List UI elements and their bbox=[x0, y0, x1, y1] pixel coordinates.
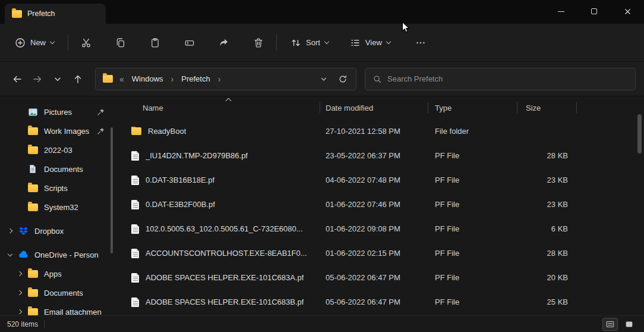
chevron-down-icon[interactable] bbox=[8, 251, 12, 256]
file-name-cell: ADOBE SPACES HELPER.EXE-101C683B.pf bbox=[119, 297, 320, 307]
delete-button[interactable] bbox=[248, 32, 269, 54]
sidebar-item-work-images[interactable]: Work Images bbox=[0, 121, 119, 140]
breadcrumb-separator: › bbox=[216, 74, 223, 84]
new-button[interactable]: New bbox=[8, 33, 61, 53]
sidebar-item-label: Apps bbox=[44, 270, 62, 278]
up-button[interactable] bbox=[68, 69, 88, 89]
column-divider[interactable] bbox=[576, 102, 577, 113]
file-name: 0.DAT-3B16B18E.pf bbox=[146, 176, 214, 184]
column-divider[interactable] bbox=[428, 102, 428, 113]
folder-icon bbox=[28, 146, 38, 154]
column-headers: Name Date modified Type Size bbox=[119, 96, 644, 119]
sidebar-item-onedrive[interactable]: OneDrive - Person bbox=[0, 245, 119, 264]
maximize-button[interactable] bbox=[577, 0, 611, 23]
forward-button[interactable] bbox=[27, 69, 48, 89]
sidebar-item-email-attachments[interactable]: Email attachmen bbox=[0, 302, 119, 315]
file-row[interactable]: ADOBE SPACES HELPER.EXE-101C683A.pf 05-0… bbox=[119, 265, 644, 290]
address-dropdown-button[interactable] bbox=[315, 71, 332, 87]
chevron-down-icon bbox=[324, 39, 329, 44]
file-name-cell: 0.DAT-E3B2F00B.pf bbox=[119, 200, 320, 209]
chevron-right-icon[interactable] bbox=[8, 228, 12, 233]
sort-button[interactable]: Sort bbox=[284, 33, 335, 53]
chevron-right-icon[interactable] bbox=[17, 309, 22, 314]
column-header-size[interactable]: Size bbox=[517, 104, 576, 112]
column-header-type[interactable]: Type bbox=[428, 104, 517, 112]
status-divider bbox=[44, 320, 45, 328]
breadcrumb-windows[interactable]: Windows bbox=[131, 73, 165, 84]
maximize-icon bbox=[591, 8, 597, 14]
command-toolbar: New Sort bbox=[0, 24, 644, 62]
minimize-button[interactable] bbox=[544, 0, 577, 23]
file-row[interactable]: _IU14D2N.TMP-2D979B86.pf 23-05-2022 06:3… bbox=[119, 143, 644, 168]
sidebar-item-label: Dropbox bbox=[34, 227, 64, 236]
search-box[interactable] bbox=[365, 68, 636, 90]
file-size-cell: 23 KB bbox=[517, 176, 576, 184]
mouse-cursor bbox=[402, 21, 410, 35]
column-header-name[interactable]: Name bbox=[119, 104, 320, 112]
file-row[interactable]: 102.0.5005.63_102.0.5005.61_C-732E6080..… bbox=[119, 217, 644, 241]
copy-button[interactable] bbox=[110, 32, 131, 54]
share-icon bbox=[219, 37, 229, 48]
cut-button[interactable] bbox=[75, 32, 97, 54]
paste-button[interactable] bbox=[144, 32, 166, 54]
vertical-scrollbar[interactable] bbox=[637, 114, 642, 154]
file-type-cell: PF File bbox=[428, 273, 517, 282]
folder-icon bbox=[28, 203, 38, 211]
file-icon bbox=[131, 297, 139, 307]
view-button-label: View bbox=[365, 38, 382, 47]
chevron-right-icon[interactable] bbox=[17, 290, 22, 295]
paste-icon bbox=[150, 37, 160, 48]
search-input[interactable] bbox=[387, 74, 628, 83]
sidebar-item-system32[interactable]: System32 bbox=[0, 198, 119, 217]
file-type-cell: PF File bbox=[428, 297, 517, 306]
file-date-cell: 01-06-2022 09:08 PM bbox=[320, 224, 428, 233]
minimize-icon bbox=[558, 11, 564, 12]
file-row[interactable]: 0.DAT-E3B2F00B.pf 01-06-2022 07:46 PM PF… bbox=[119, 192, 644, 217]
refresh-button[interactable] bbox=[334, 71, 351, 87]
view-toggles bbox=[602, 318, 637, 331]
sidebar-item-label: Documents bbox=[44, 165, 83, 174]
folder-icon bbox=[28, 270, 38, 278]
address-bar[interactable]: « Windows › Prefetch › bbox=[95, 68, 356, 90]
sidebar-item-label: Documents bbox=[44, 289, 83, 297]
folder-icon bbox=[103, 75, 113, 83]
column-divider[interactable] bbox=[517, 102, 517, 113]
recent-locations-button[interactable] bbox=[48, 69, 68, 89]
details-view-button[interactable] bbox=[602, 318, 618, 331]
back-button[interactable] bbox=[7, 69, 27, 89]
sidebar-scrollbar[interactable] bbox=[111, 127, 113, 253]
onedrive-icon bbox=[18, 249, 29, 260]
sidebar-item-scripts[interactable]: Scripts bbox=[0, 178, 119, 198]
sidebar-item-dropbox[interactable]: Dropbox bbox=[0, 221, 119, 240]
view-button[interactable]: View bbox=[343, 33, 397, 53]
file-size-cell: 28 KB bbox=[517, 249, 576, 258]
file-name: ADOBE SPACES HELPER.EXE-101C683A.pf bbox=[146, 273, 304, 282]
share-button[interactable] bbox=[213, 32, 235, 54]
close-button[interactable] bbox=[611, 0, 644, 23]
copy-icon bbox=[115, 37, 126, 48]
large-icons-view-button[interactable] bbox=[621, 318, 637, 331]
breadcrumb-prefetch[interactable]: Prefetch bbox=[180, 73, 211, 84]
rename-button[interactable] bbox=[179, 32, 200, 54]
file-row[interactable]: ReadyBoot 27-10-2021 12:58 PM File folde… bbox=[119, 119, 644, 143]
column-divider[interactable] bbox=[320, 102, 320, 113]
file-row[interactable]: 0.DAT-3B16B18E.pf 04-06-2022 07:48 PM PF… bbox=[119, 168, 644, 192]
back-icon bbox=[12, 74, 23, 84]
column-header-date-modified[interactable]: Date modified bbox=[320, 104, 428, 112]
file-row[interactable]: ADOBE SPACES HELPER.EXE-101C683B.pf 05-0… bbox=[119, 290, 644, 314]
breadcrumb-collapsed[interactable]: « bbox=[118, 74, 126, 84]
file-date-cell: 01-06-2022 02:15 PM bbox=[320, 249, 428, 258]
file-size-cell: 28 KB bbox=[517, 151, 576, 160]
view-icon bbox=[350, 37, 361, 48]
sidebar-item-onedrive-documents[interactable]: Documents bbox=[0, 283, 119, 302]
explorer-tab[interactable]: Prefetch bbox=[5, 4, 106, 24]
folder-icon bbox=[28, 184, 38, 192]
sidebar-item-documents[interactable]: Documents bbox=[0, 159, 119, 178]
sidebar-item-pictures[interactable]: Pictures bbox=[0, 102, 119, 121]
chevron-down-icon bbox=[50, 39, 55, 44]
file-row[interactable]: ACCOUNTSCONTROLHOST.EXE-8EAB1F0... 01-06… bbox=[119, 241, 644, 265]
sidebar-item-apps[interactable]: Apps bbox=[0, 264, 119, 283]
more-options-button[interactable] bbox=[410, 32, 431, 54]
sidebar-item-2022-03[interactable]: 2022-03 bbox=[0, 140, 119, 159]
chevron-right-icon[interactable] bbox=[17, 271, 22, 276]
